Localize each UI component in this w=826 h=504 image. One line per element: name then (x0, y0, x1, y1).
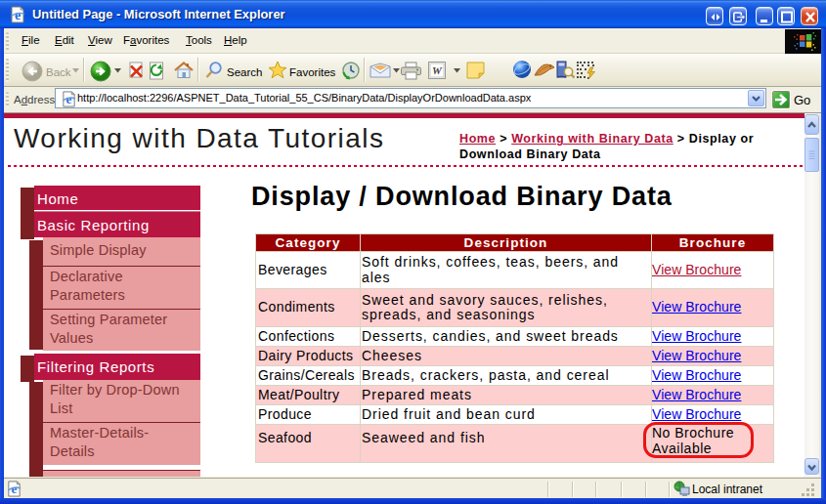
svg-text:e: e (15, 8, 21, 22)
svg-text:W: W (432, 64, 443, 76)
svg-text:e: e (66, 92, 72, 106)
svg-text:e: e (12, 482, 18, 496)
